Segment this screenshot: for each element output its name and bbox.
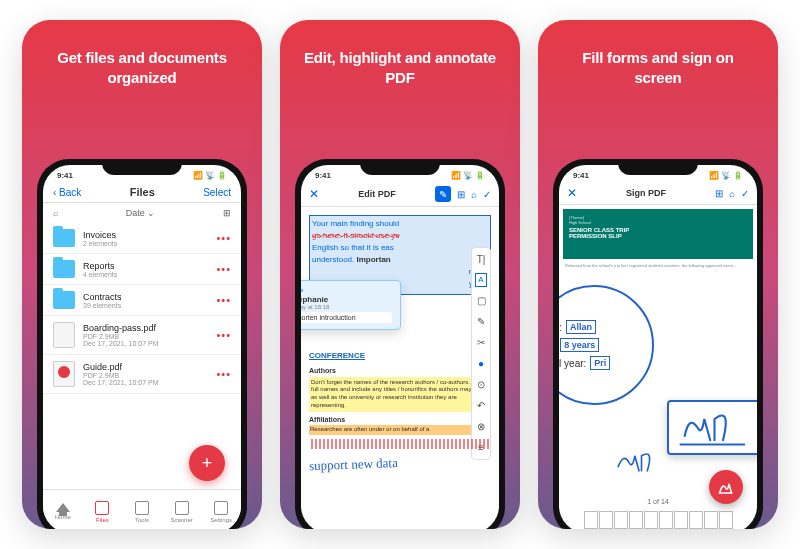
edit-pen-button[interactable]: ✎: [435, 186, 451, 202]
promo-card-2: Edit, highlight and annotate PDF 9:41📶 📡…: [280, 20, 520, 529]
form-row: ne:Allan: [559, 320, 640, 334]
tab-home[interactable]: Home: [43, 490, 83, 529]
tab-bar: Home Files Tools Scanner Settings: [43, 489, 241, 529]
promo-card-1: Get files and documents organized 9:41 📶…: [22, 20, 262, 529]
grid-icon[interactable]: ⊞: [715, 188, 723, 199]
files-icon: [95, 501, 109, 515]
edit-toolbar: T| A ▢ ✎ ✂ ● ⊙ ↶ ⊗ ≡: [471, 247, 491, 460]
thumb[interactable]: [614, 511, 628, 529]
check-icon[interactable]: ✓: [741, 188, 749, 199]
thumb[interactable]: [674, 511, 688, 529]
phone-frame: 9:41📶 📡 🔋 ✕ Edit PDF ✎ ⊞ ⌕ ✓ Your main f…: [295, 159, 505, 529]
search-icon[interactable]: ⌕: [53, 208, 58, 218]
field-label: ne:: [559, 322, 562, 333]
folder-icon: [53, 229, 75, 247]
select-button[interactable]: Select: [203, 187, 231, 198]
item-subtitle: PDF 2.9MB Dec 17, 2021, 10:07 PM: [83, 372, 216, 386]
field-value[interactable]: 8 years: [560, 338, 599, 352]
thumb[interactable]: [659, 511, 673, 529]
more-icon[interactable]: •••: [216, 294, 231, 306]
thumb[interactable]: [719, 511, 733, 529]
crop-tool-icon[interactable]: ✂: [477, 335, 485, 350]
status-indicators: 📶 📡 🔋: [193, 171, 227, 180]
list-item[interactable]: Boarding-pass.pdf PDF 2.9MB Dec 17, 2021…: [43, 316, 241, 355]
grid-icon[interactable]: ⊞: [457, 189, 465, 200]
field-value[interactable]: Pri: [590, 356, 610, 370]
list-item[interactable]: Reports 4 elements •••: [43, 254, 241, 285]
item-subtitle: PDF 2.9MB Dec 17, 2021, 10:07 PM: [83, 333, 216, 347]
tab-tools[interactable]: Tools: [122, 490, 162, 529]
more-icon[interactable]: •••: [216, 368, 231, 380]
close-button[interactable]: ✕: [309, 187, 319, 201]
close-button[interactable]: ✕: [567, 186, 577, 200]
field-value[interactable]: Allan: [566, 320, 596, 334]
doc-text: English so that it is eas: [312, 242, 488, 254]
tab-settings[interactable]: Settings: [201, 490, 241, 529]
signature-mid: [614, 445, 664, 482]
list-item[interactable]: Invoices 2 elements •••: [43, 223, 241, 254]
back-button[interactable]: ‹ Back: [53, 187, 81, 198]
list-item[interactable]: Guide.pdf PDF 2.9MB Dec 17, 2021, 10:07 …: [43, 355, 241, 394]
tab-scanner[interactable]: Scanner: [162, 490, 202, 529]
squiggle-annotation: [309, 439, 491, 449]
search-icon[interactable]: ⌕: [729, 188, 735, 199]
thumb[interactable]: [689, 511, 703, 529]
form-row: ool year:Pri: [559, 356, 640, 370]
banner-label: (Theme) High School: [569, 215, 747, 225]
handwriting-annotation: support new data: [309, 450, 492, 476]
highlighted-text: Don't forget the names of the research a…: [309, 377, 491, 412]
phone-screen: 9:41📶 📡 🔋 ✕ Edit PDF ✎ ⊞ ⌕ ✓ Your main f…: [301, 165, 499, 529]
target-tool-icon[interactable]: ⊙: [477, 377, 485, 392]
card-title: Get files and documents organized: [22, 20, 262, 105]
pen-icon: [717, 478, 735, 496]
note-popup[interactable]: Note Stephanie Today at 18:18 Shorten in…: [301, 280, 401, 330]
grid-view-icon[interactable]: ⊞: [223, 208, 231, 218]
signature-icon: [614, 445, 664, 480]
conference-heading: CONFERENCE: [309, 350, 491, 362]
color-tool-icon[interactable]: ●: [478, 356, 484, 371]
card-title: Fill forms and sign on screen: [538, 20, 778, 105]
tools-icon: [135, 501, 149, 515]
tab-files[interactable]: Files: [83, 490, 123, 529]
thumb[interactable]: [599, 511, 613, 529]
item-title: Reports: [83, 261, 216, 271]
sign-button[interactable]: [709, 470, 743, 504]
list-item[interactable]: Contracts 39 elements •••: [43, 285, 241, 316]
image-tool-icon[interactable]: ▢: [477, 293, 486, 308]
strikeout-text: go here. It should use ye: [312, 230, 488, 242]
affiliations-heading: Affiliations: [309, 415, 491, 426]
folder-icon: [53, 260, 75, 278]
check-icon[interactable]: ✓: [483, 189, 491, 200]
document-body[interactable]: Your main finding should go here. It sho…: [301, 207, 499, 480]
more-icon[interactable]: •••: [216, 329, 231, 341]
phone-notch: [618, 159, 698, 175]
delete-tool-icon[interactable]: ⊗: [477, 419, 485, 434]
highlighted-text: Researches are often under or on behalf …: [309, 425, 491, 435]
signature-box[interactable]: [667, 400, 757, 455]
sort-dropdown[interactable]: Date ⌄: [126, 208, 156, 218]
add-button[interactable]: +: [189, 445, 225, 481]
doc-text: understood. Importan: [312, 254, 488, 266]
item-title: Invoices: [83, 230, 216, 240]
search-icon[interactable]: ⌕: [471, 189, 477, 200]
thumb[interactable]: [644, 511, 658, 529]
more-icon[interactable]: •••: [216, 263, 231, 275]
more-icon[interactable]: •••: [216, 232, 231, 244]
phone-screen: 9:41📶 📡 🔋 ✕ Sign PDF ⊞ ⌕ ✓ (Theme) High …: [559, 165, 757, 529]
undo-icon[interactable]: ↶: [477, 398, 485, 413]
thumb[interactable]: [704, 511, 718, 529]
item-subtitle: 39 elements: [83, 302, 216, 309]
draw-tool-icon[interactable]: ✎: [477, 314, 485, 329]
page-thumbnails[interactable]: [559, 511, 757, 529]
textbox-tool-icon[interactable]: A: [475, 273, 486, 287]
file-icon: [53, 322, 75, 348]
note-author: Stephanie: [301, 295, 392, 304]
scanner-icon: [175, 501, 189, 515]
text-tool-icon[interactable]: T|: [477, 252, 486, 267]
thumb[interactable]: [584, 511, 598, 529]
sign-bar: ✕ Sign PDF ⊞ ⌕ ✓: [559, 182, 757, 205]
nav-title: Sign PDF: [583, 188, 709, 198]
thumb[interactable]: [629, 511, 643, 529]
item-subtitle: 4 elements: [83, 271, 216, 278]
item-title: Guide.pdf: [83, 362, 216, 372]
